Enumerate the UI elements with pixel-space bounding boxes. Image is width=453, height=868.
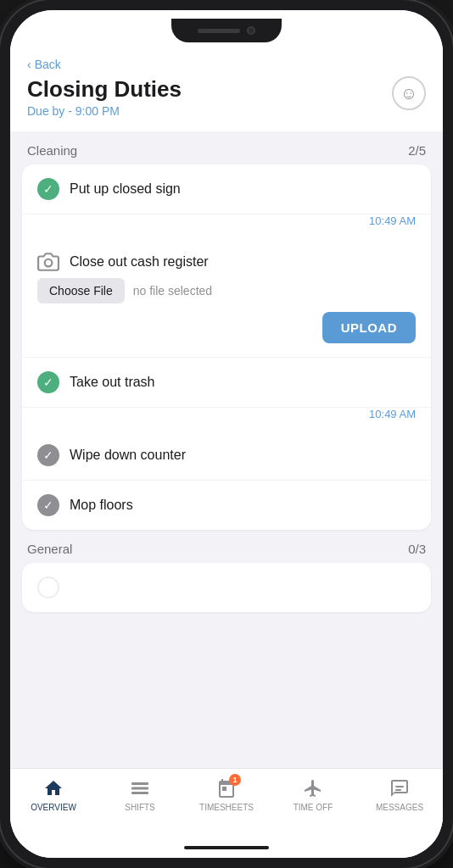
task-timestamp: 10:49 AM (22, 214, 431, 237)
home-indicator (10, 837, 443, 858)
back-button[interactable]: ‹ Back (27, 58, 426, 71)
nav-item-timesheets[interactable]: 1 TIMESHEETS (183, 777, 270, 812)
nav-item-overview[interactable]: OVERVIEW (10, 777, 97, 812)
nav-label-overview: OVERVIEW (31, 803, 76, 812)
home-bar (184, 846, 269, 849)
title-block: Closing Duties Due by - 9:00 PM (27, 76, 182, 118)
bottom-nav: OVERVIEW SHIFTS (10, 768, 443, 837)
general-label: General (27, 542, 72, 556)
notch (171, 19, 282, 42)
task-text-block: Mop floors (70, 498, 416, 513)
task-item[interactable]: ✓ Take out trash (22, 357, 431, 408)
svg-point-0 (45, 259, 53, 267)
messages-icon (389, 777, 411, 799)
task-label: Put up closed sign (70, 181, 181, 196)
choose-file-button[interactable]: Choose File (37, 278, 125, 303)
scroll-area: Cleaning 2/5 ✓ Put up closed sign 10:49 … (10, 131, 443, 768)
check-circle-green: ✓ (37, 371, 59, 393)
task-done-icon: ✓ (37, 371, 59, 393)
svg-rect-2 (131, 787, 148, 790)
screen: ‹ Back Closing Duties Due by - 9:00 PM ☺… (10, 10, 443, 858)
cleaning-count: 2/5 (408, 143, 426, 158)
cleaning-label: Cleaning (27, 143, 77, 158)
nav-label-messages: MESSAGES (376, 803, 423, 812)
home-icon (42, 777, 64, 799)
task-label: Mop floors (70, 498, 133, 512)
cleaning-section-header: Cleaning 2/5 (10, 131, 443, 164)
timesheets-icon: 1 (215, 777, 238, 799)
header: ‹ Back Closing Duties Due by - 9:00 PM ☺ (10, 47, 443, 131)
back-label: Back (35, 58, 61, 71)
timesheets-badge: 1 (229, 774, 241, 786)
task-item[interactable]: ✓ Mop floors (22, 481, 431, 530)
check-circle-dark: ✓ (37, 494, 59, 516)
nav-label-shifts: SHIFTS (125, 803, 155, 812)
check-circle-green: ✓ (37, 178, 59, 200)
task-label: Wipe down counter (70, 448, 186, 462)
task-checked-icon: ✓ (37, 494, 59, 516)
task-item[interactable] (22, 563, 431, 612)
camera-icon (37, 251, 59, 273)
plane-icon (302, 777, 324, 799)
general-section-header: General 0/3 (10, 530, 443, 563)
task-text-block: Close out cash register (70, 254, 416, 270)
task-text-block: Put up closed sign (70, 181, 416, 197)
task-timestamp: 10:49 AM (22, 408, 431, 431)
svg-rect-4 (395, 786, 404, 787)
svg-rect-3 (131, 792, 148, 794)
check-circle-dark: ✓ (37, 444, 59, 466)
file-upload-area: Choose File no file selected UPLOAD (22, 278, 431, 357)
phone-shell: ‹ Back Closing Duties Due by - 9:00 PM ☺… (0, 0, 453, 868)
page-title: Closing Duties (27, 76, 182, 103)
upload-button[interactable]: UPLOAD (322, 312, 416, 343)
task-text-block: Take out trash (70, 375, 416, 390)
task-item[interactable]: ✓ Put up closed sign (22, 164, 431, 214)
nav-item-shifts[interactable]: SHIFTS (97, 777, 183, 812)
shifts-icon (129, 777, 151, 799)
general-task-card (22, 563, 431, 612)
file-row: Choose File no file selected (37, 278, 416, 303)
task-item[interactable]: Close out cash register (22, 237, 431, 278)
nav-item-messages[interactable]: MESSAGES (356, 777, 443, 812)
task-empty-icon (37, 576, 59, 598)
svg-rect-5 (395, 789, 401, 791)
cleaning-task-card: ✓ Put up closed sign 10:49 AM (22, 164, 431, 530)
notch-bar (10, 10, 443, 47)
task-label: Take out trash (70, 375, 155, 389)
camera-icon-svg (37, 251, 59, 273)
notch-camera (247, 26, 255, 35)
no-file-text: no file selected (133, 284, 212, 298)
smiley-button[interactable]: ☺ (392, 76, 426, 110)
general-count: 0/3 (408, 542, 426, 556)
nav-label-timesheets: TIMESHEETS (199, 803, 254, 812)
task-label: Close out cash register (70, 254, 209, 269)
task-checked-icon: ✓ (37, 444, 59, 466)
chevron-left-icon: ‹ (27, 58, 31, 71)
task-item[interactable]: ✓ Wipe down counter (22, 431, 431, 481)
nav-item-time-off[interactable]: TIME OFF (270, 777, 356, 812)
notch-speaker (198, 29, 240, 33)
app-content: ‹ Back Closing Duties Due by - 9:00 PM ☺… (10, 47, 443, 858)
nav-label-time-off: TIME OFF (294, 803, 333, 812)
task-text-block: Wipe down counter (70, 448, 416, 463)
header-row: Closing Duties Due by - 9:00 PM ☺ (27, 76, 426, 118)
task-done-icon: ✓ (37, 178, 59, 200)
due-date: Due by - 9:00 PM (27, 104, 182, 118)
svg-rect-1 (131, 782, 148, 785)
